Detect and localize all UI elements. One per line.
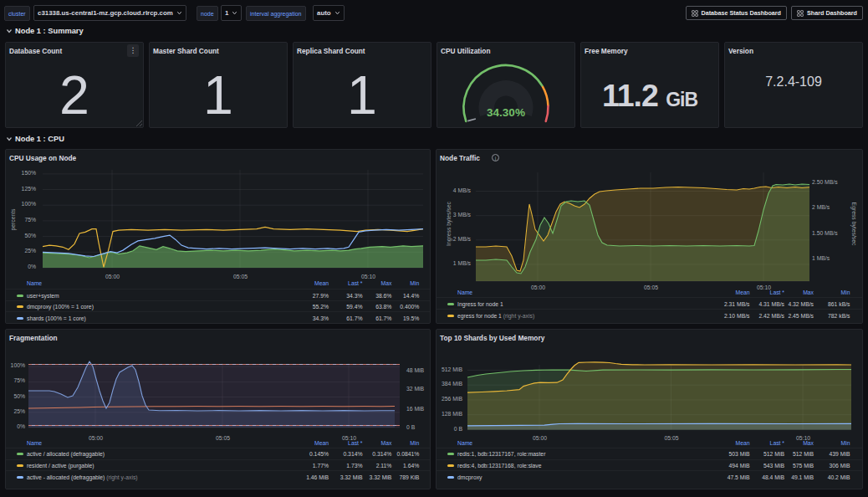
svg-text:34.30%: 34.30% [487,106,525,119]
